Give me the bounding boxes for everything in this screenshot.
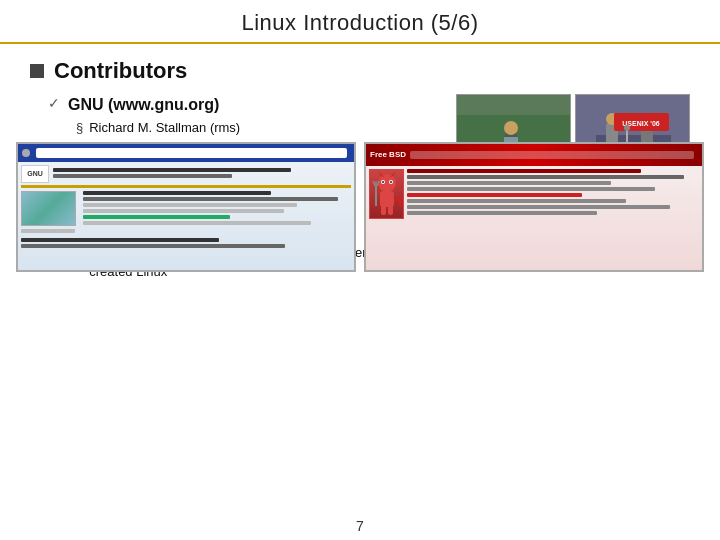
gnu-title: GNU (www.gnu.org) (68, 94, 219, 116)
slide: Linux Introduction (5/6) Contributors ✓ … (0, 0, 720, 540)
bullet-square-icon (30, 64, 44, 78)
gnu-ss-url-bar (36, 148, 347, 158)
fb-line-2 (407, 175, 684, 179)
gnu-sub-bullet-0-icon: § (76, 118, 83, 138)
gnu-ss-foot2 (21, 244, 285, 248)
svg-rect-27 (388, 205, 393, 215)
gnu-ss-content (21, 191, 351, 235)
freebsd-ss-url (410, 151, 694, 159)
gnu-ss-titlebar (18, 144, 354, 162)
title-bar: Linux Introduction (5/6) (0, 0, 720, 44)
fb-line-6 (407, 199, 626, 203)
gnu-ss-text-lines (53, 168, 351, 180)
screenshots-section: GNU (0, 142, 720, 272)
svg-point-18 (378, 174, 396, 192)
freebsd-ss-header: Free BSD (366, 144, 702, 166)
gnu-ss-left (21, 191, 81, 235)
freebsd-ss-body (366, 166, 702, 222)
slide-title: Linux Introduction (5/6) (241, 10, 478, 35)
gnu-ss-img-caption (21, 229, 75, 233)
fb-line-4 (407, 187, 655, 191)
gnu-ss-r2 (83, 197, 338, 201)
gnu-ss-footer (21, 238, 351, 248)
section-title: Contributors (54, 58, 187, 84)
gnu-ss-divider (21, 185, 351, 188)
daemon-svg (372, 171, 402, 216)
gnu-ss-header: GNU (21, 165, 351, 183)
section-heading: Contributors (30, 58, 690, 84)
gnu-checkmark-icon: ✓ (48, 94, 60, 114)
freebsd-screenshot: Free BSD (364, 142, 704, 272)
gnu-line-1 (53, 168, 291, 172)
gnu-line-2 (53, 174, 232, 178)
gnu-ss-r5 (83, 215, 230, 219)
main-content: Contributors ✓ GNU (www.gnu.org) § Richa… (0, 58, 720, 290)
gnu-ss-r4 (83, 209, 284, 213)
gnu-logo-icon: GNU (21, 165, 49, 183)
svg-point-5 (504, 121, 518, 135)
svg-marker-20 (390, 171, 396, 177)
gnu-ss-r1 (83, 191, 271, 195)
svg-rect-25 (380, 191, 394, 207)
gnu-ss-r6 (83, 221, 311, 225)
gnu-ss-btn-icon (22, 149, 30, 157)
svg-point-23 (382, 181, 384, 183)
svg-point-17 (624, 125, 630, 131)
svg-line-29 (373, 181, 375, 186)
gnu-ss-right (83, 191, 351, 235)
freebsd-ss-content (407, 169, 699, 219)
fb-line-5 (407, 193, 582, 197)
gnu-ss-foot1 (21, 238, 219, 242)
fb-line-8 (407, 211, 597, 215)
freebsd-daemon-icon (369, 169, 404, 219)
gnu-ss-image (21, 191, 76, 226)
svg-rect-26 (381, 205, 386, 215)
svg-marker-19 (378, 171, 384, 177)
page-number: 7 (356, 518, 364, 534)
gnu-ss-body: GNU (18, 162, 354, 253)
gnu-subitem-0-text: Richard M. Stallman (rms) (89, 118, 240, 138)
freebsd-logo-text: Free BSD (370, 150, 406, 159)
fb-line-1 (407, 169, 641, 173)
fb-line-7 (407, 205, 670, 209)
gnu-screenshot: GNU (16, 142, 356, 272)
svg-point-24 (390, 181, 392, 183)
svg-rect-28 (375, 186, 377, 206)
gnu-ss-r3 (83, 203, 297, 207)
fb-line-3 (407, 181, 611, 185)
